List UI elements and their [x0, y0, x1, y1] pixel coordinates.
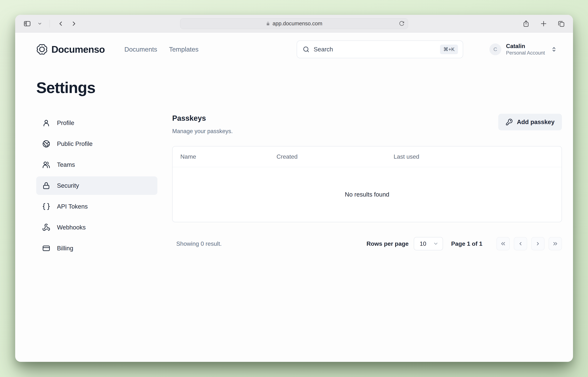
sidebar-toggle-icon[interactable]: [23, 20, 31, 28]
page-info: Page 1 of 1: [451, 240, 482, 247]
credit-card-icon: [42, 244, 50, 252]
empty-message: No results found: [345, 191, 389, 198]
settings-sidebar: Profile Public Profile Teams Security: [36, 114, 157, 260]
webhook-icon: [42, 223, 50, 232]
share-icon[interactable]: [522, 20, 530, 27]
chevron-down-icon: [433, 241, 439, 247]
globe-icon: [42, 140, 50, 148]
section-subtitle: Manage your passkeys.: [172, 128, 233, 135]
column-header-last-used: Last used: [394, 153, 562, 160]
users-icon: [42, 161, 50, 169]
forward-icon[interactable]: [71, 20, 77, 27]
brand-name: Documenso: [51, 44, 105, 55]
search-icon: [303, 46, 310, 53]
table-header-row: Name Created Last used: [173, 146, 562, 167]
first-page-button[interactable]: [496, 237, 510, 250]
table-footer: Showing 0 result. Rows per page 10 Page …: [172, 237, 562, 250]
section-title: Passkeys: [172, 114, 233, 122]
sidebar-item-billing[interactable]: Billing: [36, 239, 157, 258]
account-name: Catalin: [506, 43, 545, 50]
url-text: app.documenso.com: [273, 21, 322, 27]
table-empty-state: No results found: [173, 167, 562, 222]
tab-overview-icon[interactable]: [557, 20, 565, 27]
search-shortcut-badge: ⌘+K: [440, 45, 458, 54]
search-box[interactable]: ⌘+K: [297, 40, 463, 58]
last-page-button[interactable]: [549, 237, 562, 250]
reload-icon[interactable]: [399, 21, 405, 26]
new-tab-icon[interactable]: [540, 20, 547, 27]
sidebar-item-profile[interactable]: Profile: [36, 114, 157, 132]
nav-documents[interactable]: Documents: [124, 46, 157, 53]
braces-icon: [42, 202, 50, 211]
app-header: Documenso Documents Templates ⌘+K C Cata…: [15, 33, 573, 64]
url-bar[interactable]: app.documenso.com: [180, 18, 408, 29]
main-nav: Documents Templates: [124, 46, 199, 53]
key-icon: [506, 118, 513, 126]
lock-icon: [266, 22, 270, 26]
account-type: Personal Account: [506, 50, 545, 56]
chevrons-up-down-icon: [551, 46, 557, 52]
back-icon[interactable]: [57, 20, 64, 27]
sidebar-item-webhooks[interactable]: Webhooks: [36, 218, 157, 237]
passkeys-section: Passkeys Manage your passkeys. Add passk…: [172, 114, 562, 260]
results-count: Showing 0 result.: [176, 240, 222, 247]
sidebar-item-public-profile[interactable]: Public Profile: [36, 135, 157, 153]
column-header-name: Name: [173, 153, 276, 160]
browser-toolbar: app.documenso.com: [15, 15, 573, 33]
rows-per-page-select[interactable]: 10: [414, 237, 443, 250]
page-title: Settings: [36, 79, 573, 97]
avatar: C: [489, 43, 501, 55]
user-icon: [42, 119, 50, 127]
passkeys-table: Name Created Last used No results found: [172, 146, 562, 222]
account-menu[interactable]: C Catalin Personal Account: [489, 43, 557, 56]
search-input[interactable]: [314, 46, 436, 53]
column-header-created: Created: [276, 153, 394, 160]
toolbar-divider: [49, 20, 50, 28]
lock-icon: [42, 182, 50, 190]
chevron-down-icon[interactable]: [37, 21, 42, 26]
sidebar-item-security[interactable]: Security: [36, 177, 157, 195]
previous-page-button[interactable]: [514, 237, 527, 250]
sidebar-item-teams[interactable]: Teams: [36, 155, 157, 174]
brand[interactable]: Documenso: [36, 44, 105, 55]
add-passkey-button[interactable]: Add passkey: [498, 114, 562, 130]
sidebar-item-api-tokens[interactable]: API Tokens: [36, 197, 157, 216]
documenso-logo-icon: [36, 44, 48, 55]
next-page-button[interactable]: [531, 237, 545, 250]
nav-templates[interactable]: Templates: [169, 46, 199, 53]
browser-window: app.documenso.com: [15, 15, 573, 362]
rows-per-page-label: Rows per page: [366, 240, 408, 247]
pagination: [496, 237, 562, 250]
